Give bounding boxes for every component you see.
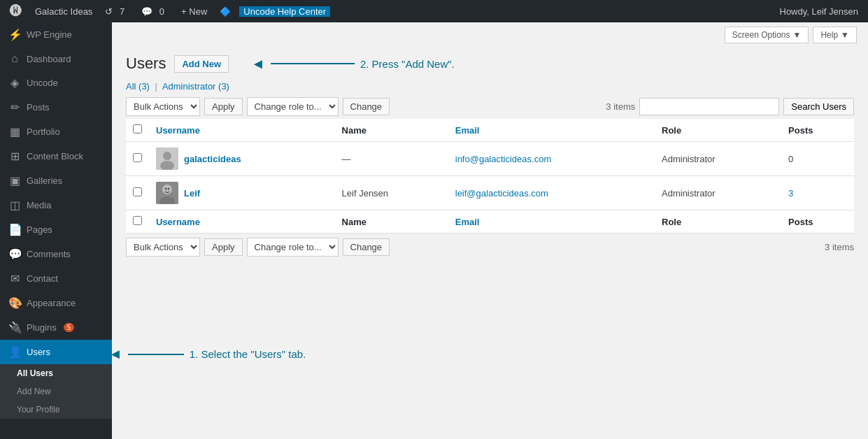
- sidebar-item-plugins[interactable]: 🔌 Plugins 5: [0, 315, 112, 340]
- username-sort-link-bottom[interactable]: Username: [156, 217, 200, 227]
- row1-username-link[interactable]: galacticideas: [184, 154, 241, 164]
- search-users-button[interactable]: Search Users: [783, 98, 854, 115]
- dashboard-icon: ⌂: [8, 52, 21, 65]
- table-row: Leif Leif Jensen leif@galacticideas.com …: [126, 176, 854, 210]
- row1-name-cell: —: [335, 142, 448, 176]
- wp-engine-icon: ⚡: [8, 28, 21, 41]
- username-sort-link[interactable]: Username: [156, 125, 200, 136]
- row1-avatar: [156, 147, 178, 170]
- help-button[interactable]: Help ▼: [813, 27, 857, 43]
- sidebar-item-all-users[interactable]: All Users: [0, 364, 112, 382]
- select-all-checkbox-bottom[interactable]: [133, 216, 142, 225]
- sidebar-item-comments[interactable]: 💬 Comments: [0, 242, 112, 266]
- change-button-top[interactable]: Change: [343, 98, 390, 115]
- sidebar-label-contact: Contact: [27, 273, 58, 284]
- role-header: Role: [655, 119, 781, 142]
- sidebar-label-comments: Comments: [27, 249, 71, 259]
- sidebar-item-media[interactable]: ◫ Media: [0, 193, 112, 217]
- search-users-input[interactable]: [639, 98, 779, 115]
- bulk-actions-select-top[interactable]: Bulk Actions: [126, 97, 200, 116]
- content-block-icon: ⊞: [8, 150, 21, 163]
- screen-options-button[interactable]: Screen Options ▼: [725, 27, 809, 43]
- role-footer-header: Role: [655, 210, 781, 233]
- filter-administrator-link[interactable]: Administrator (3): [162, 81, 229, 92]
- row1-email-link[interactable]: info@galacticideas.com: [455, 154, 551, 164]
- sidebar-item-wp-engine[interactable]: ⚡ WP Engine: [0, 22, 112, 47]
- row2-checkbox-cell: [126, 176, 149, 210]
- row1-checkbox-cell: [126, 142, 149, 176]
- sidebar-item-pages[interactable]: 📄 Pages: [0, 217, 112, 242]
- change-role-select-bottom[interactable]: Change role to...: [247, 238, 339, 257]
- change-button-bottom[interactable]: Change: [343, 238, 390, 256]
- sidebar-item-uncode[interactable]: ◈ Uncode: [0, 71, 112, 95]
- media-icon: ◫: [8, 199, 21, 212]
- change-role-select-top[interactable]: Change role to...: [247, 97, 339, 116]
- howdy-text: Howdy, Leif Jensen: [776, 6, 863, 17]
- arrow-left-icon-2: ◄: [108, 346, 122, 362]
- row2-checkbox[interactable]: [133, 187, 142, 196]
- sidebar-label-plugins: Plugins: [27, 322, 57, 333]
- sidebar: ⚡ WP Engine ⌂ Dashboard ◈ Uncode ✏ Posts…: [0, 22, 112, 439]
- username-header: Username: [149, 119, 335, 142]
- wp-logo-icon[interactable]: 🅦: [6, 4, 27, 19]
- sidebar-item-add-new[interactable]: Add New: [0, 382, 112, 401]
- add-new-button[interactable]: Add New: [174, 55, 229, 73]
- username-footer-header: Username: [149, 210, 335, 233]
- posts-footer-header: Posts: [781, 210, 854, 233]
- annotation-line-2: [128, 354, 184, 355]
- checkbox-footer-header: [126, 210, 149, 233]
- sidebar-label-content-block: Content Block: [27, 151, 83, 161]
- name-header: Name: [335, 119, 448, 142]
- help-label: Help: [820, 30, 838, 40]
- sidebar-label-pages: Pages: [27, 224, 52, 235]
- toolbar-left: Bulk Actions Apply Change role to... Cha…: [126, 97, 390, 116]
- page-header: Users Add New ◄ 2. Press "Add New".: [126, 55, 854, 73]
- new-button[interactable]: + New: [177, 6, 211, 17]
- active-tab-uncode-help[interactable]: Uncode Help Center: [239, 6, 330, 17]
- annotation-users-tab: ◄ 1. Select the "Users" tab.: [108, 346, 306, 362]
- select-all-checkbox[interactable]: [133, 124, 142, 134]
- sidebar-item-posts[interactable]: ✏ Posts: [0, 95, 112, 120]
- sidebar-item-contact[interactable]: ✉ Contact: [0, 266, 112, 291]
- sidebar-item-your-profile[interactable]: Your Profile: [0, 401, 112, 419]
- apply-button-top[interactable]: Apply: [204, 98, 243, 115]
- pages-icon: 📄: [8, 223, 21, 236]
- sidebar-label-portfolio: Portfolio: [27, 127, 60, 137]
- row2-email-link[interactable]: leif@galacticideas.com: [455, 188, 548, 199]
- table-footer-header-row: Username Name Email Role Posts: [126, 210, 854, 233]
- table-header-row: Username Name Email Role Posts: [126, 119, 854, 142]
- sidebar-label-users: Users: [27, 347, 50, 357]
- apply-button-bottom[interactable]: Apply: [204, 238, 243, 256]
- row2-posts-cell: 3: [781, 176, 854, 210]
- sidebar-item-galleries[interactable]: ▣ Galleries: [0, 168, 112, 193]
- sidebar-item-content-block[interactable]: ⊞ Content Block: [0, 144, 112, 168]
- row2-posts-link[interactable]: 3: [788, 188, 793, 199]
- site-name[interactable]: Galactic Ideas: [31, 6, 97, 17]
- filter-links: All (3) | Administrator (3): [126, 81, 854, 92]
- email-sort-link-bottom[interactable]: Email: [455, 217, 480, 227]
- sidebar-item-dashboard[interactable]: ⌂ Dashboard: [0, 47, 112, 71]
- row1-checkbox[interactable]: [133, 153, 142, 162]
- row1-role-cell: Administrator: [655, 142, 781, 176]
- row2-username-link[interactable]: Leif: [184, 188, 200, 199]
- help-chevron: ▼: [841, 30, 849, 40]
- sidebar-item-appearance[interactable]: 🎨 Appearance: [0, 291, 112, 315]
- row1-email-cell: info@galacticideas.com: [448, 142, 655, 176]
- sidebar-item-portfolio[interactable]: ▦ Portfolio: [0, 120, 112, 144]
- users-icon: 👤: [8, 345, 21, 359]
- posts-icon: ✏: [8, 101, 21, 114]
- updates-icon[interactable]: ↺ 7: [101, 6, 133, 17]
- sidebar-label-uncode: Uncode: [27, 78, 58, 88]
- uncode-icon[interactable]: 🔷: [215, 6, 235, 17]
- filter-separator: |: [155, 81, 157, 92]
- comments-icon[interactable]: 💬 0: [137, 6, 173, 17]
- annotation-add-new-text: 2. Press "Add New".: [360, 58, 455, 70]
- filter-all-link[interactable]: All (3): [126, 81, 150, 92]
- sidebar-item-users[interactable]: 👤 Users: [0, 340, 112, 364]
- email-footer-header: Email: [448, 210, 655, 233]
- bulk-actions-select-bottom[interactable]: Bulk Actions: [126, 238, 200, 257]
- search-box: Search Users: [639, 98, 854, 115]
- email-sort-link[interactable]: Email: [455, 125, 480, 136]
- add-new-sub-label: Add New: [17, 387, 51, 396]
- checkbox-header: [126, 119, 149, 142]
